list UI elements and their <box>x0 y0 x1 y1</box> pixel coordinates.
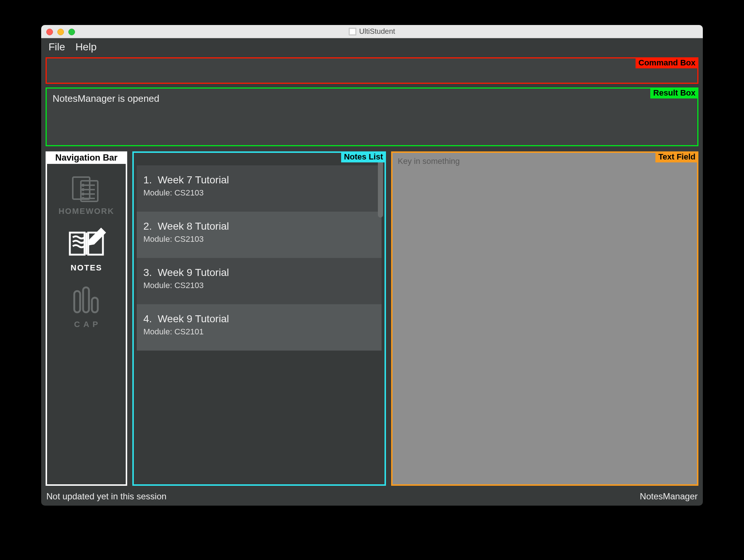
svg-rect-13 <box>92 298 98 312</box>
list-item[interactable]: 1. Week 7 Tutorial Module: CS2103 <box>137 165 382 212</box>
command-box-label: Command Box <box>636 57 698 68</box>
zoom-icon[interactable] <box>68 29 75 35</box>
svg-rect-11 <box>74 291 80 312</box>
main-body: HOMEWORK <box>41 151 703 489</box>
svg-point-7 <box>82 189 84 190</box>
minimize-icon[interactable] <box>57 29 64 35</box>
app-window: UltiStudent File Help Command Box NotesM… <box>41 25 703 506</box>
app-icon <box>349 28 356 35</box>
list-item[interactable]: 3. Week 9 Tutorial Module: CS2103 <box>137 258 382 304</box>
result-box-label: Result Box <box>650 87 698 98</box>
result-message: NotesManager is opened <box>53 93 160 104</box>
svg-point-6 <box>82 184 84 186</box>
list-item[interactable]: 2. Week 8 Tutorial Module: CS2103 <box>137 212 382 258</box>
status-right: NotesManager <box>640 491 698 502</box>
nav-label-cap: C A P <box>74 320 99 329</box>
status-bar: Not updated yet in this session NotesMan… <box>41 489 703 506</box>
close-icon[interactable] <box>46 29 53 35</box>
command-box-region: Command Box <box>46 57 698 84</box>
menu-help[interactable]: Help <box>75 41 97 53</box>
result-box-region: NotesManager is opened Result Box <box>46 87 698 146</box>
menu-bar: File Help <box>41 38 703 56</box>
navigation-bar: HOMEWORK <box>46 151 127 486</box>
text-field-label: Text Field <box>655 151 698 162</box>
svg-rect-12 <box>83 287 89 312</box>
nav-label-homework: HOMEWORK <box>58 207 114 216</box>
command-box[interactable] <box>46 57 698 84</box>
nav-label-notes: NOTES <box>71 263 102 273</box>
status-left: Not updated yet in this session <box>46 491 167 502</box>
scrollbar-thumb[interactable] <box>378 159 383 218</box>
traffic-lights <box>46 29 75 35</box>
titlebar: UltiStudent <box>41 25 703 38</box>
svg-point-9 <box>82 198 84 199</box>
navigation-bar-region: HOMEWORK <box>46 151 127 486</box>
list-item[interactable]: 4. Week 9 Tutorial Module: CS2101 <box>137 304 382 351</box>
notes-list[interactable]: 1. Week 7 Tutorial Module: CS2103 2. Wee… <box>132 151 386 486</box>
text-field[interactable]: Key in something <box>391 151 698 486</box>
text-field-region: Key in something Text Field <box>391 151 698 486</box>
nav-item-cap[interactable]: C A P <box>70 284 103 329</box>
text-field-placeholder: Key in something <box>398 157 460 166</box>
navigation-bar-label: Navigation Bar <box>46 151 127 164</box>
menu-file[interactable]: File <box>49 41 65 53</box>
nav-item-homework[interactable]: HOMEWORK <box>58 174 114 216</box>
svg-point-8 <box>82 193 84 195</box>
nav-item-notes[interactable]: NOTES <box>66 227 107 273</box>
result-box: NotesManager is opened <box>46 87 698 146</box>
notes-list-region: 1. Week 7 Tutorial Module: CS2103 2. Wee… <box>132 151 386 486</box>
homework-icon <box>70 174 103 204</box>
notes-icon <box>66 227 107 260</box>
window-title: UltiStudent <box>359 27 395 36</box>
notes-list-label: Notes List <box>341 151 386 162</box>
cap-icon <box>70 284 103 317</box>
